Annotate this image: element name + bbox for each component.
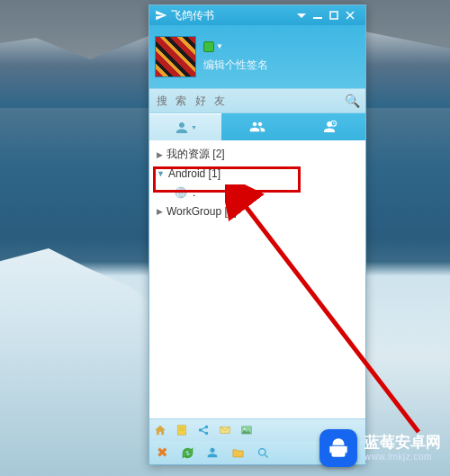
group-label: 我的资源 [2] — [166, 147, 225, 162]
mail-button[interactable] — [214, 421, 236, 439]
profile-area: ▼ 编辑个性签名 — [149, 25, 365, 88]
group-label: WorkGroup [1] — [166, 205, 237, 218]
svg-rect-0 — [313, 17, 322, 19]
add-contact-button[interactable] — [200, 443, 225, 463]
search-icon[interactable]: 🔍 — [345, 94, 360, 108]
minimize-button[interactable] — [311, 9, 328, 22]
home-button[interactable] — [149, 421, 171, 439]
contact-item[interactable]: : — [149, 183, 365, 202]
refresh-button[interactable] — [175, 443, 200, 463]
tab-recent[interactable] — [293, 113, 365, 140]
tab-contacts[interactable]: ▼ — [149, 113, 221, 140]
watermark-title: 蓝莓安卓网 — [364, 435, 441, 452]
group-my-resources[interactable]: ▶ 我的资源 [2] — [149, 144, 365, 165]
avatar[interactable] — [155, 36, 196, 77]
group-label: Android [1] — [168, 167, 220, 180]
folder-button[interactable] — [225, 443, 250, 463]
search-button[interactable] — [250, 443, 275, 463]
search-input[interactable] — [155, 94, 345, 108]
triangle-down-icon: ▼ — [157, 169, 165, 178]
settings-button[interactable]: ✖ — [149, 443, 175, 463]
title-bar[interactable]: 飞鸽传书 — [149, 5, 365, 25]
app-icon — [155, 9, 167, 22]
contact-icon — [173, 184, 189, 201]
signature-field[interactable]: 编辑个性签名 — [203, 58, 360, 73]
close-button[interactable] — [344, 9, 360, 22]
group-android[interactable]: ▼ Android [1] — [149, 165, 365, 183]
contact-list: ▶ 我的资源 [2] ▼ Android [1] : ▶ WorkGroup [… — [149, 140, 365, 418]
app-title: 飞鸽传书 — [171, 8, 214, 23]
svg-point-8 — [205, 426, 207, 427]
note-button[interactable] — [171, 421, 193, 439]
maximize-button[interactable] — [328, 9, 344, 22]
svg-point-13 — [258, 448, 266, 455]
watermark-badge-icon — [320, 429, 357, 467]
triangle-right-icon: ▶ — [157, 150, 163, 159]
contact-label: : — [193, 186, 195, 199]
search-bar: 🔍 — [149, 88, 365, 113]
menu-button[interactable] — [295, 9, 311, 22]
triangle-right-icon: ▶ — [157, 207, 163, 216]
svg-point-9 — [205, 432, 207, 434]
tab-bar: ▼ — [149, 113, 365, 140]
app-window: 飞鸽传书 ▼ 编辑个性签名 🔍 ▼ — [148, 4, 366, 465]
watermark: 蓝莓安卓网 www.lmkjz.com — [320, 429, 441, 467]
chevron-down-icon: ▼ — [191, 124, 197, 130]
tab-groups[interactable] — [221, 113, 293, 140]
status-online-icon — [203, 41, 214, 52]
image-button[interactable] — [236, 421, 257, 439]
svg-rect-1 — [330, 12, 338, 19]
chevron-down-icon: ▼ — [216, 42, 223, 50]
share-button[interactable] — [193, 421, 214, 439]
watermark-url: www.lmkjz.com — [364, 452, 441, 462]
group-workgroup[interactable]: ▶ WorkGroup [1] — [149, 202, 365, 220]
svg-point-12 — [244, 428, 246, 430]
svg-point-7 — [199, 429, 201, 431]
status-selector[interactable]: ▼ — [203, 41, 360, 52]
